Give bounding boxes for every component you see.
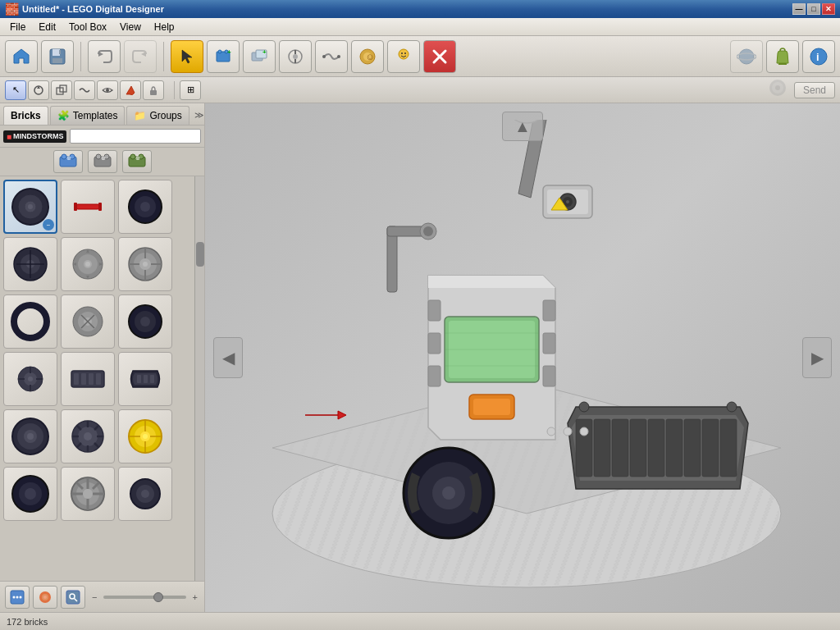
rotate-mode-button[interactable] <box>28 80 49 100</box>
parts-search-input[interactable] <box>70 129 201 144</box>
add-brick-button[interactable]: + <box>207 40 240 73</box>
tab-templates-icon: 🧩 <box>57 110 70 121</box>
category-btn-2[interactable]: ⊕ <box>88 150 117 173</box>
part-item[interactable] <box>3 352 57 406</box>
svg-text:☺: ☺ <box>366 52 375 62</box>
paint-button[interactable]: ☺ <box>351 40 384 73</box>
svg-point-125 <box>143 434 148 439</box>
maximize-button[interactable]: □ <box>807 3 820 15</box>
tab-groups[interactable]: 📁 Groups <box>126 106 189 125</box>
part-item[interactable] <box>61 180 115 234</box>
svg-point-147 <box>16 596 19 598</box>
part-item[interactable] <box>118 237 172 291</box>
svg-rect-163 <box>666 419 682 477</box>
menu-edit[interactable]: Edit <box>32 20 62 34</box>
nav-right-button[interactable]: ▶ <box>802 337 832 378</box>
svg-point-28 <box>739 49 754 64</box>
svg-point-194 <box>547 427 555 436</box>
svg-rect-59 <box>74 203 77 211</box>
send-button[interactable]: Send <box>794 82 835 98</box>
part-item[interactable] <box>118 409 172 463</box>
flex-button[interactable] <box>315 40 348 73</box>
part-item[interactable] <box>61 237 115 291</box>
part-item[interactable] <box>3 237 57 291</box>
menubar: File Edit Tool Box View Help <box>0 18 840 36</box>
svg-rect-101 <box>81 373 86 385</box>
part-item[interactable] <box>61 352 115 406</box>
zoom-minus: − <box>89 592 97 602</box>
select-tool-button[interactable] <box>171 40 203 73</box>
svg-point-110 <box>27 433 34 440</box>
part-item[interactable] <box>3 294 57 349</box>
scroll-thumb[interactable] <box>196 242 204 267</box>
svg-point-24 <box>401 52 403 54</box>
clone-mode-button[interactable] <box>51 80 72 100</box>
tab-templates[interactable]: 🧩 Templates <box>50 106 126 125</box>
separator2 <box>163 42 164 71</box>
lock-mode-button[interactable] <box>143 80 164 100</box>
color-mode-button[interactable] <box>120 80 141 100</box>
bag-button[interactable] <box>766 40 799 73</box>
info-button[interactable]: i <box>802 40 835 73</box>
svg-point-151 <box>43 596 47 599</box>
grid-view-button[interactable]: ⊞ <box>180 80 201 100</box>
part-item[interactable]: − <box>3 180 57 234</box>
svg-rect-2 <box>52 58 62 63</box>
svg-point-37 <box>106 89 109 92</box>
search-button[interactable] <box>61 586 85 609</box>
svg-point-63 <box>140 202 150 212</box>
part-item[interactable] <box>118 180 172 234</box>
smiley-button[interactable] <box>387 40 420 73</box>
mindstorms-logo: ■ MINDSTORMS <box>3 130 66 143</box>
redo-button[interactable] <box>124 40 157 73</box>
category-btn-1[interactable]: ⊕ <box>53 150 83 173</box>
menu-view[interactable]: View <box>113 20 148 34</box>
part-item[interactable] <box>3 409 57 463</box>
part-item[interactable] <box>61 409 115 463</box>
zoom-thumb[interactable] <box>153 592 163 602</box>
svg-rect-30 <box>778 63 787 65</box>
hinge-button[interactable] <box>279 40 312 73</box>
menu-help[interactable]: Help <box>148 20 181 34</box>
color-palette-button[interactable] <box>33 586 57 609</box>
svg-rect-160 <box>612 419 628 477</box>
select-mode-button[interactable]: ↖ <box>5 80 26 100</box>
menu-file[interactable]: File <box>3 20 32 34</box>
zoom-slider[interactable] <box>103 596 185 599</box>
send-icon <box>766 78 789 102</box>
planet-button[interactable] <box>730 40 763 73</box>
category-btn-3[interactable]: ⊕ <box>122 150 152 173</box>
settings-button[interactable] <box>5 586 30 609</box>
parts-row <box>3 467 191 521</box>
panel-scrollbar[interactable] <box>194 176 204 581</box>
part-item[interactable] <box>61 294 115 349</box>
flex-mode-button[interactable] <box>74 80 95 100</box>
save-button[interactable] <box>41 40 74 73</box>
nav-left-button[interactable]: ◀ <box>213 337 243 378</box>
hide-mode-button[interactable] <box>97 80 118 100</box>
svg-rect-1 <box>52 49 60 56</box>
close-button[interactable]: ✕ <box>822 3 835 15</box>
menu-toolbox[interactable]: Tool Box <box>62 20 113 34</box>
part-item[interactable] <box>3 467 57 521</box>
part-item[interactable] <box>118 352 172 406</box>
separator3 <box>174 81 175 99</box>
part-item[interactable] <box>118 294 172 349</box>
panel-collapse-button[interactable]: ≫ <box>191 108 205 122</box>
part-item[interactable] <box>118 467 172 521</box>
undo-button[interactable] <box>88 40 121 73</box>
nav-up-button[interactable]: ▲ <box>502 112 543 141</box>
svg-text:+: + <box>262 48 267 56</box>
svg-point-94 <box>28 377 33 381</box>
clone-button[interactable]: + <box>243 40 276 73</box>
part-item[interactable] <box>61 467 115 521</box>
window-title: Untitled* - LEGO Digital Designer <box>19 4 792 14</box>
delete-button[interactable] <box>423 40 456 73</box>
svg-rect-166 <box>720 419 737 477</box>
tab-bricks[interactable]: Bricks <box>3 106 48 125</box>
svg-point-91 <box>140 317 150 326</box>
minimize-button[interactable]: — <box>792 3 806 15</box>
svg-point-76 <box>143 262 148 267</box>
home-button[interactable] <box>5 40 38 73</box>
svg-point-18 <box>322 55 326 58</box>
